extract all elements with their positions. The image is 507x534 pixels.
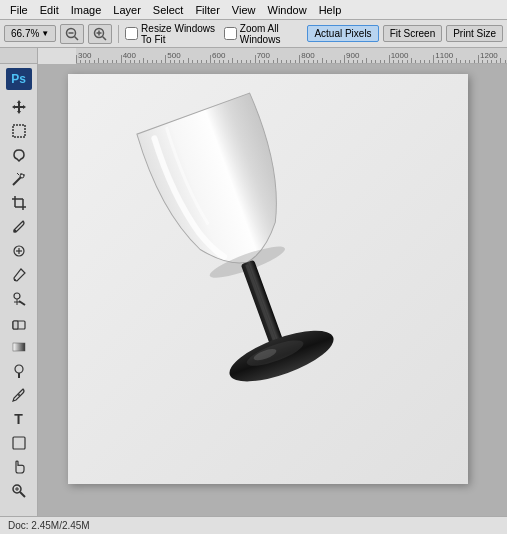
menu-filter[interactable]: Filter: [189, 2, 225, 18]
ruler-row: 3004005006007008009001000110012001300: [0, 48, 507, 64]
magic-wand-tool[interactable]: [6, 168, 32, 190]
resize-windows-group: Resize Windows To Fit: [125, 23, 220, 45]
eraser-tool[interactable]: [6, 312, 32, 334]
menubar: File Edit Image Layer Select Filter View…: [0, 0, 507, 20]
zoom-all-label: Zoom All Windows: [240, 23, 304, 45]
print-size-button[interactable]: Print Size: [446, 25, 503, 42]
zoom-all-checkbox[interactable]: [224, 27, 237, 40]
menu-window[interactable]: Window: [262, 2, 313, 18]
statusbar-info: Doc: 2.45M/2.45M: [8, 520, 90, 531]
ruler-corner: [0, 48, 38, 64]
clone-stamp-tool[interactable]: [6, 288, 32, 310]
svg-point-21: [14, 279, 16, 281]
actual-pixels-button[interactable]: Actual Pixels: [307, 25, 378, 42]
menu-select[interactable]: Select: [147, 2, 190, 18]
zoom-tool[interactable]: [6, 480, 32, 502]
zoom-level-select[interactable]: 66.7% ▼: [4, 25, 56, 42]
svg-point-17: [13, 230, 16, 233]
canvas: [68, 74, 468, 484]
lasso-tool[interactable]: [6, 144, 32, 166]
svg-line-32: [20, 492, 25, 497]
menu-layer[interactable]: Layer: [107, 2, 147, 18]
ruler-numbers: 3004005006007008009001000110012001300: [76, 48, 507, 63]
zoom-all-group: Zoom All Windows: [224, 23, 304, 45]
shape-tool[interactable]: [6, 432, 32, 454]
menu-image[interactable]: Image: [65, 2, 108, 18]
text-tool[interactable]: T: [6, 408, 32, 430]
brush-tool[interactable]: [6, 264, 32, 286]
zoom-out-button[interactable]: [60, 24, 84, 44]
main-area: Ps: [0, 64, 507, 516]
menu-view[interactable]: View: [226, 2, 262, 18]
canvas-area: [38, 64, 507, 516]
svg-point-29: [18, 394, 20, 396]
zoom-in-button[interactable]: [88, 24, 112, 44]
resize-windows-checkbox[interactable]: [125, 27, 138, 40]
marquee-tool[interactable]: [6, 120, 32, 142]
tools-panel: Ps: [0, 64, 38, 516]
statusbar: Doc: 2.45M/2.45M: [0, 516, 507, 534]
svg-rect-26: [13, 343, 25, 351]
svg-rect-25: [13, 321, 18, 329]
crop-tool[interactable]: [6, 192, 32, 214]
svg-rect-7: [13, 125, 25, 137]
svg-point-22: [14, 293, 20, 299]
toolbar-separator-1: [118, 25, 119, 43]
svg-line-2: [75, 36, 79, 40]
svg-point-27: [15, 365, 23, 373]
resize-windows-label: Resize Windows To Fit: [141, 23, 220, 45]
zoom-in-icon: [93, 27, 107, 41]
fit-screen-button[interactable]: Fit Screen: [383, 25, 443, 42]
horizontal-ruler: 3004005006007008009001000110012001300: [76, 48, 507, 64]
menu-edit[interactable]: Edit: [34, 2, 65, 18]
ps-logo: Ps: [6, 68, 32, 90]
svg-rect-30: [13, 437, 25, 449]
svg-point-12: [20, 174, 24, 178]
hand-tool[interactable]: [6, 456, 32, 478]
svg-line-6: [103, 36, 107, 40]
menu-file[interactable]: File: [4, 2, 34, 18]
healing-brush-tool[interactable]: [6, 240, 32, 262]
move-tool[interactable]: [6, 96, 32, 118]
svg-line-11: [17, 173, 19, 175]
dodge-tool[interactable]: [6, 360, 32, 382]
gradient-tool[interactable]: [6, 336, 32, 358]
pen-tool[interactable]: [6, 384, 32, 406]
wine-glass-image: [96, 70, 400, 458]
menu-help[interactable]: Help: [313, 2, 348, 18]
options-bar: 66.7% ▼ Resize Windows To Fit Zoom All W…: [0, 20, 507, 48]
zoom-out-icon: [65, 27, 79, 41]
svg-line-8: [13, 177, 21, 185]
eyedropper-tool[interactable]: [6, 216, 32, 238]
